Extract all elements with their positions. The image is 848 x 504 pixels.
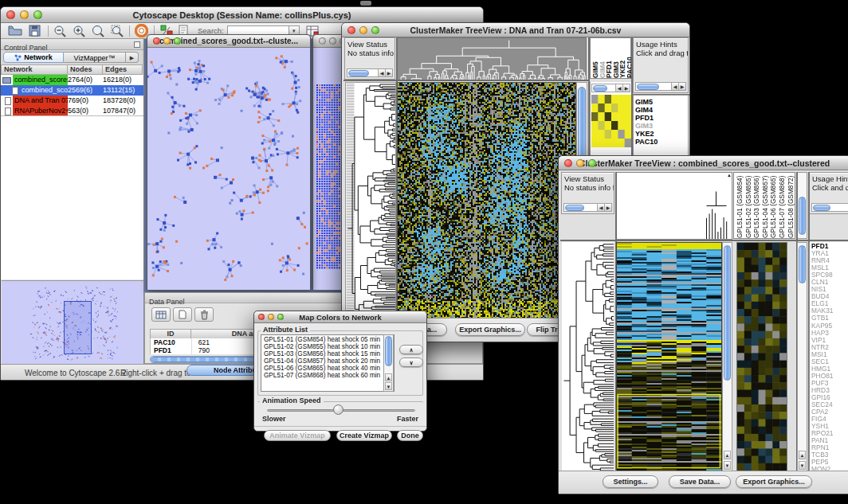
- tab-vizmapper[interactable]: VizMapper™: [64, 52, 126, 63]
- gene-label[interactable]: PAC10: [634, 138, 688, 146]
- save-icon[interactable]: [29, 25, 41, 37]
- network-canvas[interactable]: [147, 48, 310, 290]
- minimize-icon[interactable]: [20, 10, 29, 19]
- new-attribute-icon[interactable]: [173, 307, 192, 322]
- column-dendrogram-1[interactable]: [397, 37, 587, 80]
- column-dendrogram-2[interactable]: [616, 172, 732, 240]
- create-vizmap-button[interactable]: Create Vizmap: [336, 430, 392, 441]
- scroll-right-icon[interactable]: ▶: [385, 69, 392, 76]
- tab-network[interactable]: Network: [3, 52, 64, 63]
- row-dendrogram-2[interactable]: [562, 242, 614, 471]
- hscroll-thumb[interactable]: [593, 85, 607, 92]
- zoom-out-icon[interactable]: [53, 25, 67, 37]
- zoom-window-icon[interactable]: [588, 159, 596, 167]
- attribute-item[interactable]: GPL51-06 (GSM865) heat shock 40 min: [261, 365, 394, 372]
- zoom-fit-icon[interactable]: [111, 25, 124, 37]
- scroll-right-icon[interactable]: ▶: [678, 83, 685, 90]
- network-tree-row[interactable]: combined_scores2764(0)16218(0): [1, 75, 143, 85]
- heatmap2-vscrollbar[interactable]: ▲ ▼: [722, 242, 732, 471]
- dialog-titlebar[interactable]: Map Colors to Network: [254, 311, 426, 323]
- animate-vizmap-button[interactable]: Animate Vizmap: [264, 430, 331, 441]
- gene-label[interactable]: GIM4: [634, 106, 688, 114]
- attribute-item[interactable]: GPL51-02 (GSM855) heat shock 10 min: [261, 343, 394, 350]
- view-status-hscrollbar[interactable]: ◀ ▶: [563, 203, 612, 212]
- float-panel-icon[interactable]: [134, 41, 140, 48]
- close-icon[interactable]: [347, 26, 355, 34]
- treeview-button[interactable]: Save Data...: [669, 475, 731, 488]
- treeview-button[interactable]: Settings...: [603, 475, 658, 488]
- gene-label[interactable]: YKE2: [634, 130, 688, 138]
- scroll-left-icon[interactable]: ◀: [615, 84, 622, 92]
- scroll-up-icon[interactable]: ▲: [724, 451, 731, 459]
- scroll-down-icon[interactable]: ▼: [724, 461, 731, 470]
- gene-label[interactable]: PFD1: [634, 114, 688, 122]
- minimize-icon[interactable]: [329, 37, 336, 45]
- close-icon[interactable]: [319, 37, 326, 45]
- collapse-arrow-icon[interactable]: ▲: [727, 173, 732, 178]
- attribute-item[interactable]: GPL51-03 (GSM856) heat shock 15 min: [261, 350, 394, 357]
- attribute-vscrollbar[interactable]: ▲ ▼: [383, 334, 394, 392]
- minimize-icon[interactable]: [359, 26, 367, 34]
- vscroll-thumb[interactable]: [799, 245, 806, 283]
- row-dendrogram-1[interactable]: [345, 82, 396, 319]
- scroll-left-icon[interactable]: ◀: [378, 69, 385, 76]
- close-icon[interactable]: [6, 10, 15, 19]
- minimize-icon[interactable]: [268, 314, 274, 320]
- attribute-item[interactable]: GPL51-07 (GSM868) heat shock 60 min: [261, 372, 394, 379]
- scroll-up-icon[interactable]: ▲: [385, 373, 392, 381]
- attribute-item[interactable]: GPL51-01 (GSM854) heat shock 05 min: [261, 336, 394, 343]
- vscroll-thumb[interactable]: [724, 245, 731, 381]
- zoom-window-icon[interactable]: [33, 10, 42, 19]
- vscroll-thumb[interactable]: [385, 336, 392, 366]
- move-attribute-down-button[interactable]: ∨: [399, 357, 423, 367]
- zoom-window-icon[interactable]: [277, 314, 284, 320]
- slider-thumb[interactable]: [333, 404, 344, 415]
- scroll-left-icon[interactable]: ◀: [597, 204, 604, 211]
- gene-label[interactable]: GIM3: [634, 122, 688, 130]
- scroll-down-icon[interactable]: ▼: [799, 461, 806, 470]
- zoom-window-icon[interactable]: [174, 37, 181, 45]
- network-tree-row[interactable]: DNA and Tran 07769(0)183728(0): [1, 96, 143, 106]
- close-icon[interactable]: [153, 37, 160, 45]
- attribute-listbox[interactable]: GPL51-01 (GSM854) heat shock 05 minGPL51…: [261, 334, 395, 392]
- genelist-vscrollbar[interactable]: ▲ ▼: [797, 242, 807, 471]
- col-header-network[interactable]: Network: [1, 64, 68, 75]
- zoom-hscrollbar[interactable]: ◀ ▶: [591, 84, 630, 92]
- col-header-nodes[interactable]: Nodes: [68, 64, 103, 75]
- treeview-button[interactable]: Export Graphics...: [736, 475, 812, 488]
- treeview1-titlebar[interactable]: ClusterMaker TreeView : DNA and Tran 07-…: [342, 23, 689, 37]
- minimize-icon[interactable]: [163, 37, 171, 45]
- divider[interactable]: [560, 240, 848, 241]
- close-icon[interactable]: [564, 159, 572, 167]
- heatmap-zoom-2[interactable]: [736, 242, 787, 471]
- minimize-icon[interactable]: [576, 159, 584, 167]
- tab-overflow-arrow[interactable]: ▶: [126, 52, 139, 63]
- heatmap-zoom-mini[interactable]: [591, 95, 631, 147]
- gene-label[interactable]: GIM5: [634, 98, 688, 106]
- hscroll-thumb[interactable]: [813, 205, 830, 211]
- open-file-icon[interactable]: [8, 25, 22, 37]
- treeview-button[interactable]: Export Graphics...: [455, 323, 525, 336]
- delete-attribute-icon[interactable]: [194, 307, 214, 322]
- attribute-select-icon[interactable]: [151, 307, 171, 322]
- labels-vscrollbar[interactable]: [797, 172, 807, 239]
- done-button[interactable]: Done: [397, 430, 423, 441]
- network-overview-navigator[interactable]: [2, 280, 143, 364]
- network-tree-row[interactable]: combined_sco2569(6)13112(15): [1, 85, 143, 96]
- hscroll-thumb[interactable]: [348, 70, 369, 76]
- view-status-hscrollbar[interactable]: ◀ ▶: [347, 68, 393, 77]
- heatmap-global-2[interactable]: [616, 242, 722, 473]
- zoom-selected-icon[interactable]: [92, 25, 105, 37]
- scroll-left-icon[interactable]: ◀: [671, 83, 678, 90]
- vscroll-thumb[interactable]: [799, 197, 806, 235]
- move-attribute-up-button[interactable]: ∧: [399, 345, 423, 354]
- hscroll-thumb[interactable]: [565, 205, 584, 211]
- zoom-in-icon[interactable]: [73, 25, 86, 37]
- heatmap-global-1[interactable]: [397, 82, 576, 319]
- attribute-item[interactable]: GPL51-04 (GSM857) heat shock 20 min: [261, 357, 394, 365]
- usage-hints-hscrollbar[interactable]: [811, 203, 848, 212]
- scroll-right-icon[interactable]: ▶: [622, 84, 630, 92]
- scroll-up-icon[interactable]: ▲: [799, 451, 806, 459]
- divider[interactable]: [344, 80, 588, 81]
- col-header-edges[interactable]: Edges: [103, 64, 143, 75]
